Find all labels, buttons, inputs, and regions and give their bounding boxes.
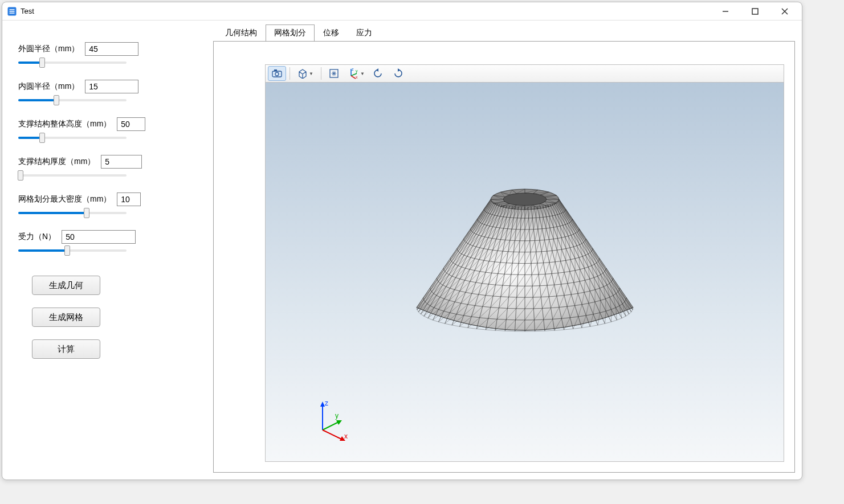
maximize-button[interactable] xyxy=(746,5,764,18)
input-thickness[interactable] xyxy=(101,155,142,169)
chevron-down-icon: ▼ xyxy=(360,71,365,76)
rotate-left-icon xyxy=(373,68,384,79)
param-thickness: 支撑结构厚度（mm） xyxy=(18,155,201,179)
close-icon xyxy=(781,8,788,15)
axes-icon: z y x xyxy=(348,68,359,79)
svg-rect-7 xyxy=(274,69,277,71)
svg-line-19 xyxy=(323,421,340,430)
param-inner-radius: 内圆半径（mm） xyxy=(18,80,201,104)
input-inner-radius[interactable] xyxy=(85,80,138,93)
viewer-frame: ▼ z y x ▼ xyxy=(213,41,795,473)
minimize-button[interactable] xyxy=(716,5,735,18)
camera-icon xyxy=(272,69,282,77)
main-panel: 几何结构 网格划分 位移 应力 ▼ xyxy=(213,25,797,475)
svg-line-13 xyxy=(351,76,356,79)
mesh-render xyxy=(394,159,656,364)
app-window: Test 外圆半径（mm） xyxy=(2,2,802,480)
cube-view-icon xyxy=(297,68,308,79)
tabs: 几何结构 网格划分 位移 应力 xyxy=(213,25,797,41)
label-thickness: 支撑结构厚度（mm） xyxy=(18,157,95,167)
cube-view-button[interactable]: ▼ xyxy=(293,66,317,81)
slider-outer-radius[interactable] xyxy=(18,59,201,66)
svg-text:y: y xyxy=(356,69,358,73)
axis-label-z: z xyxy=(325,399,328,407)
input-mesh-density[interactable] xyxy=(117,192,141,206)
input-height[interactable] xyxy=(117,117,145,131)
maximize-icon xyxy=(752,8,759,15)
slider-force[interactable] xyxy=(18,247,201,254)
input-outer-radius[interactable] xyxy=(85,42,138,56)
titlebar: Test xyxy=(2,2,802,21)
slider-mesh-density[interactable] xyxy=(18,210,201,216)
slider-height[interactable] xyxy=(18,134,201,141)
param-force: 受力（N） xyxy=(18,230,201,254)
axis-gizmo: z y x xyxy=(311,399,357,444)
tab-mesh[interactable]: 网格划分 xyxy=(266,24,315,42)
svg-line-21 xyxy=(323,430,343,440)
app-icon xyxy=(7,6,17,17)
minimize-icon xyxy=(722,8,729,15)
content-area: 外圆半径（mm） 内圆半径（mm） 支撑结构整体高度（mm） xyxy=(2,21,802,480)
param-outer-radius: 外圆半径（mm） xyxy=(18,42,201,66)
svg-marker-18 xyxy=(320,401,325,407)
rotate-right-icon xyxy=(392,68,403,79)
rotate-left-button[interactable] xyxy=(369,66,388,81)
label-mesh-density: 网格划分最大密度（mm） xyxy=(18,194,111,204)
viewport-canvas[interactable]: z y x xyxy=(265,83,784,462)
rotate-right-button[interactable] xyxy=(389,66,407,81)
label-outer-radius: 外圆半径（mm） xyxy=(18,44,79,54)
window-controls xyxy=(716,5,794,18)
slider-thickness[interactable] xyxy=(18,172,201,179)
label-inner-radius: 内圆半径（mm） xyxy=(18,81,79,92)
tab-displacement[interactable]: 位移 xyxy=(315,24,348,42)
camera-button[interactable] xyxy=(268,66,286,81)
compute-button[interactable]: 计算 xyxy=(32,339,100,359)
input-force[interactable] xyxy=(62,230,136,244)
label-height: 支撑结构整体高度（mm） xyxy=(18,119,111,129)
svg-rect-2 xyxy=(752,9,758,14)
param-mesh-density: 网格划分最大密度（mm） xyxy=(18,192,201,216)
close-button[interactable] xyxy=(776,5,794,18)
window-title: Test xyxy=(21,7,716,15)
svg-text:z: z xyxy=(352,68,354,71)
chevron-down-icon: ▼ xyxy=(309,71,313,76)
fit-view-button[interactable] xyxy=(325,66,343,81)
generate-mesh-button[interactable]: 生成网格 xyxy=(32,308,100,327)
axis-label-y: y xyxy=(335,412,339,420)
axes-button[interactable]: z y x ▼ xyxy=(344,66,368,81)
toolbar-separator xyxy=(321,67,321,80)
param-height: 支撑结构整体高度（mm） xyxy=(18,117,201,141)
toolbar-separator xyxy=(290,67,290,80)
viewer-toolbar: ▼ z y x ▼ xyxy=(265,64,784,83)
label-force: 受力（N） xyxy=(18,232,56,242)
axis-label-x: x xyxy=(344,432,348,440)
tab-stress[interactable]: 应力 xyxy=(348,24,381,42)
fit-view-icon xyxy=(329,68,339,79)
slider-inner-radius[interactable] xyxy=(18,97,201,104)
generate-geometry-button[interactable]: 生成几何 xyxy=(32,276,100,295)
tab-geometry[interactable]: 几何结构 xyxy=(217,24,266,42)
svg-text:x: x xyxy=(356,75,358,79)
sidebar: 外圆半径（mm） 内圆半径（mm） 支撑结构整体高度（mm） xyxy=(7,25,206,475)
svg-point-6 xyxy=(275,72,279,76)
